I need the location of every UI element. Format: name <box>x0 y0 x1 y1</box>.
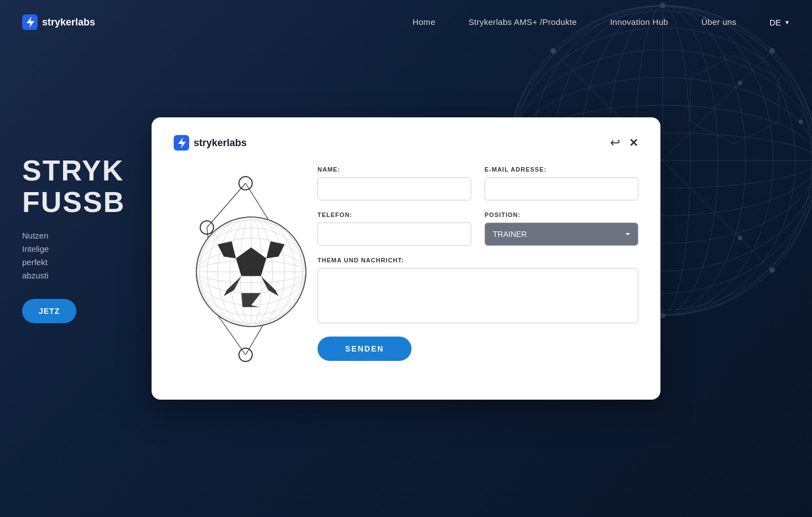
soccer-ball-icon <box>190 211 312 333</box>
email-input[interactable] <box>485 177 638 200</box>
modal-back-button[interactable]: ↩ <box>610 136 620 150</box>
position-label: POSITION: <box>485 211 638 218</box>
telefon-input[interactable] <box>317 223 471 246</box>
modal-action-buttons: ↩ ✕ <box>610 136 638 150</box>
modal-close-button[interactable]: ✕ <box>629 136 638 150</box>
ball-illustration-area <box>174 166 317 378</box>
modal-logo: strykerlabs <box>174 135 247 151</box>
modal-header: strykerlabs ↩ ✕ <box>174 135 638 151</box>
form-group-message: THEMA UND NACHRICHT: <box>317 257 638 323</box>
modal-body: NAME: E-MAIL ADRESSE: TELEFON: <box>174 166 638 378</box>
modal-logo-text: strykerlabs <box>194 137 247 149</box>
close-icon: ✕ <box>629 137 638 149</box>
back-arrow-icon: ↩ <box>610 136 620 150</box>
message-textarea[interactable] <box>317 268 638 323</box>
contact-form: NAME: E-MAIL ADRESSE: TELEFON: <box>317 166 638 378</box>
position-select[interactable]: TRAINER SPIELER MANAGER SCOUT ANDERE <box>485 223 638 246</box>
form-row-2: TELEFON: POSITION: TRAINER SPIELER MANAG… <box>317 211 638 246</box>
contact-modal: strykerlabs ↩ ✕ <box>152 117 660 400</box>
name-input[interactable] <box>317 177 471 200</box>
ball-wrapper <box>179 167 312 377</box>
form-row-1: NAME: E-MAIL ADRESSE: <box>317 166 638 200</box>
form-group-name: NAME: <box>317 166 471 200</box>
modal-overlay: strykerlabs ↩ ✕ <box>0 0 812 517</box>
email-label: E-MAIL ADRESSE: <box>485 166 638 173</box>
name-label: NAME: <box>317 166 471 173</box>
telefon-label: TELEFON: <box>317 211 471 218</box>
send-button[interactable]: SENDEN <box>317 337 412 361</box>
modal-logo-bolt-icon <box>174 135 189 151</box>
message-label: THEMA UND NACHRICHT: <box>317 257 638 263</box>
form-group-telefon: TELEFON: <box>317 211 471 246</box>
form-group-email: E-MAIL ADRESSE: <box>485 166 638 200</box>
form-group-position: POSITION: TRAINER SPIELER MANAGER SCOUT … <box>485 211 638 246</box>
